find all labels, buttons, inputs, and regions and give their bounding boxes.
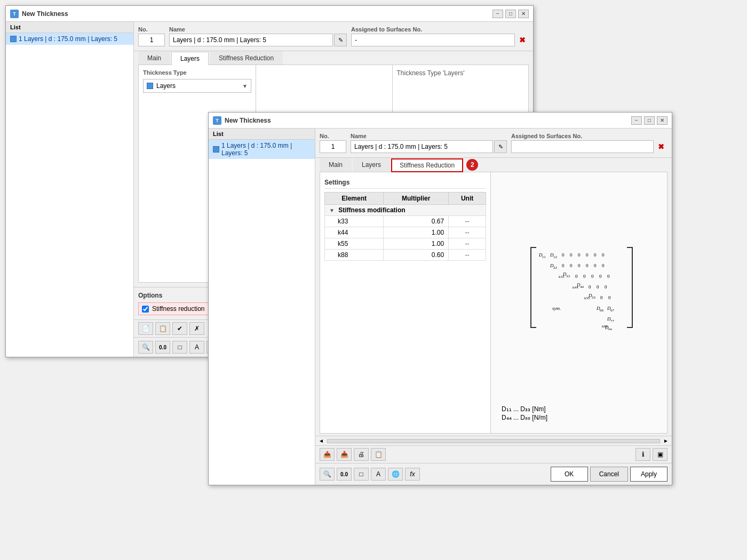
fg-k33-value[interactable]: 0.67 <box>384 216 449 227</box>
svg-text:0: 0 <box>570 252 573 258</box>
bg-thickness-label: Thickness Type <box>143 69 251 76</box>
fg-apply-button[interactable]: Apply <box>630 467 667 482</box>
fg-list-item-1[interactable]: 1 Layers | d : 175.0 mm | Layers: 5 <box>209 140 315 159</box>
bg-tab-stiffness[interactable]: Stiffness Reduction <box>210 51 283 65</box>
bg-icon-box[interactable]: □ <box>172 341 187 354</box>
fg-scroll-right[interactable]: ► <box>662 438 670 444</box>
fg-matrix-display: D 11 D 12 0 0 0 0 0 0 <box>497 179 661 396</box>
fg-icon-globe[interactable]: 🌐 <box>388 468 403 481</box>
fg-right-panel-btn[interactable]: ▣ <box>653 448 667 461</box>
fg-no-input[interactable] <box>320 140 346 153</box>
fg-info-btn[interactable]: ℹ <box>635 448 650 461</box>
fg-k88-unit: -- <box>449 250 486 261</box>
fg-icon-box[interactable]: □ <box>354 468 369 481</box>
bg-close-btn[interactable]: ✕ <box>518 10 529 18</box>
fg-name-input[interactable] <box>351 140 493 153</box>
bg-thickness-value: Layers <box>156 82 176 90</box>
bg-icon-search[interactable]: 🔍 <box>138 341 153 354</box>
bg-assigned-input[interactable] <box>351 34 515 46</box>
fg-tab-stiffness[interactable]: Stiffness Reduction <box>391 158 463 172</box>
fg-close-btn[interactable]: ✕ <box>657 116 667 125</box>
fg-titlebar: T New Thickness − □ ✕ <box>209 113 672 129</box>
fg-scroll-area: ◄ ► <box>315 436 672 445</box>
fg-assigned-clear-btn[interactable]: ✖ <box>655 140 667 153</box>
fg-maximize-btn[interactable]: □ <box>644 116 655 125</box>
fg-icon-search[interactable]: 🔍 <box>320 468 335 481</box>
fg-name-edit-btn[interactable]: ✎ <box>494 140 507 153</box>
fg-legend-line1: D₁₁ ... D₃₃ [Nm] <box>502 405 656 413</box>
svg-text:0: 0 <box>562 252 565 258</box>
fg-minimize-btn[interactable]: − <box>631 116 642 125</box>
fg-detail-panel: No. Name ✎ Assigned to Surfaces No. <box>315 129 672 485</box>
fg-tab-layers[interactable]: Layers <box>353 158 390 172</box>
bg-stiffness-checkbox[interactable] <box>142 306 149 313</box>
bg-titlebar: T New Thickness − □ ✕ <box>6 6 533 22</box>
svg-text:0: 0 <box>562 263 565 268</box>
bg-name-input[interactable] <box>169 34 333 46</box>
bg-no-input[interactable] <box>138 34 165 46</box>
svg-text:0: 0 <box>602 263 605 268</box>
fg-icon-text[interactable]: A <box>371 468 386 481</box>
fg-content: List 1 Layers | d : 175.0 mm | Layers: 5… <box>209 129 672 485</box>
fg-k55-value[interactable]: 1.00 <box>384 238 449 250</box>
svg-text:0: 0 <box>570 263 573 268</box>
bg-icon-number[interactable]: 0.0 <box>155 341 170 354</box>
fg-tab-main[interactable]: Main <box>320 158 352 172</box>
table-row: ▼ Stiffness modification <box>325 205 486 216</box>
fg-name-label: Name <box>351 133 507 139</box>
table-row[interactable]: k33 0.67 -- <box>325 216 486 227</box>
fg-title-icon: T <box>213 116 221 125</box>
fg-k44-value[interactable]: 1.00 <box>384 227 449 238</box>
fg-legend-line2: D₄₄ ... D₈₈ [N/m] <box>502 414 656 421</box>
svg-text:0: 0 <box>591 274 594 279</box>
fg-title-text: New Thickness <box>225 117 628 124</box>
fg-table-btn3[interactable]: 🖨 <box>354 448 369 461</box>
bg-assigned-clear-btn[interactable]: ✖ <box>516 34 529 46</box>
bg-toolbar-new-btn[interactable]: 📄 <box>138 322 153 335</box>
collapse-icon[interactable]: ▼ <box>329 207 335 213</box>
bg-toolbar-copy-btn[interactable]: 📋 <box>155 322 170 335</box>
svg-text:0: 0 <box>597 284 599 290</box>
fg-k55-label: k55 <box>325 238 384 250</box>
fg-icon-number[interactable]: 0.0 <box>337 468 352 481</box>
fg-assigned-input[interactable] <box>511 140 654 153</box>
bg-list-panel: List 1 Layers | d : 175.0 mm | Layers: 5 <box>6 22 134 357</box>
fg-table-btn4[interactable]: 📋 <box>371 448 386 461</box>
bg-list-item-label: 1 Layers | d : 175.0 mm | Layers: 5 <box>19 35 117 43</box>
bg-list-item-1[interactable]: 1 Layers | d : 175.0 mm | Layers: 5 <box>6 33 133 45</box>
fg-cancel-button[interactable]: Cancel <box>590 467 628 482</box>
svg-text:0: 0 <box>583 274 586 279</box>
fg-k88-value[interactable]: 0.60 <box>384 250 449 261</box>
bg-tab-main[interactable]: Main <box>138 51 170 65</box>
svg-text:0: 0 <box>589 284 591 290</box>
bg-tab-layers[interactable]: Layers <box>171 52 209 65</box>
svg-text:0: 0 <box>586 252 589 258</box>
bg-name-edit-btn[interactable]: ✎ <box>334 34 347 46</box>
svg-text:0: 0 <box>608 295 611 300</box>
fg-scroll-left[interactable]: ◄ <box>317 438 325 444</box>
bg-maximize-btn[interactable]: □ <box>505 10 516 18</box>
svg-text:0: 0 <box>594 252 597 258</box>
table-row[interactable]: k44 1.00 -- <box>325 227 486 238</box>
fg-table-btn2[interactable]: 📥 <box>337 448 352 461</box>
bg-icon-text[interactable]: A <box>189 341 204 354</box>
fg-matrix-legend: D₁₁ ... D₃₃ [Nm] D₄₄ ... D₈₈ [N/m] <box>497 400 661 427</box>
bg-toolbar-check-btn[interactable]: ✔ <box>172 322 187 335</box>
bg-toolbar-uncheck-btn[interactable]: ✗ <box>189 322 204 335</box>
bg-name-group: Name ✎ <box>169 26 347 46</box>
fg-stiffness-content: Settings Element Multiplier Unit <box>320 172 667 434</box>
bg-thickness-select[interactable]: Layers ▼ <box>143 79 251 93</box>
bg-title-text: New Thickness <box>22 10 489 18</box>
fg-table-btn1[interactable]: 📤 <box>320 448 335 461</box>
fg-top-row: No. Name ✎ Assigned to Surfaces No. <box>315 129 672 158</box>
svg-text:0: 0 <box>600 295 603 300</box>
fg-scroll-track[interactable] <box>327 439 660 443</box>
fg-icon-formula[interactable]: fx <box>405 468 420 481</box>
fg-no-group: No. <box>320 133 346 153</box>
table-row[interactable]: k55 1.00 -- <box>325 238 486 250</box>
bg-minimize-btn[interactable]: − <box>492 10 503 18</box>
table-row[interactable]: k88 0.60 -- <box>325 250 486 261</box>
svg-text:0: 0 <box>602 252 605 258</box>
fg-ok-button[interactable]: OK <box>551 467 588 482</box>
fg-settings-table: Element Multiplier Unit ▼ <box>324 192 486 261</box>
